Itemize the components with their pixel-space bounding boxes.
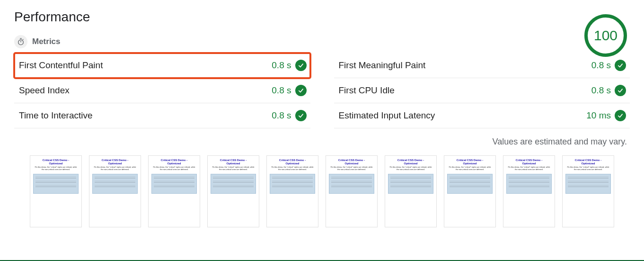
metrics-column-right: First Meaningful Paint0.8 sFirst CPU Idl…	[334, 53, 630, 128]
metric-row[interactable]: First CPU Idle0.8 s	[334, 78, 630, 103]
metric-value: 0.8 s	[272, 85, 291, 96]
frame-desc: On this demo, the "critical" styles are …	[211, 166, 256, 171]
frame-title: Critical CSS Demo -Optimized	[161, 159, 187, 165]
check-pass-icon	[615, 85, 626, 96]
frame-preview-block	[388, 174, 433, 194]
metric-label: Time to Interactive	[19, 110, 93, 121]
svg-line-3	[23, 39, 23, 40]
metric-label: First Contentful Paint	[19, 60, 103, 71]
filmstrip-frame[interactable]: Critical CSS Demo -OptimizedOn this demo…	[503, 155, 555, 227]
metrics-section-title: Metrics	[32, 37, 61, 46]
metric-value-wrap: 0.8 s	[272, 85, 306, 96]
filmstrip-frame[interactable]: Critical CSS Demo -OptimizedOn this demo…	[89, 155, 141, 227]
performance-panel: Performance 100 Metrics First Contentful…	[0, 0, 644, 261]
metric-value-wrap: 10 ms	[586, 110, 626, 121]
frame-desc: On this demo, the "critical" styles are …	[33, 166, 79, 171]
metric-label: Estimated Input Latency	[339, 110, 435, 121]
metrics-grid: First Contentful Paint0.8 sSpeed Index0.…	[14, 53, 630, 128]
filmstrip-frame[interactable]: Critical CSS Demo -OptimizedOn this demo…	[30, 155, 82, 227]
frame-preview-block	[211, 174, 256, 194]
score-value: 100	[594, 27, 618, 44]
filmstrip-frame[interactable]: Critical CSS Demo -OptimizedOn this demo…	[444, 155, 496, 227]
frame-preview-block	[565, 174, 611, 194]
metric-value-wrap: 0.8 s	[272, 60, 306, 71]
metric-value-wrap: 0.8 s	[591, 85, 626, 96]
frame-preview-block	[270, 174, 315, 194]
frame-title: Critical CSS Demo -Optimized	[220, 159, 247, 165]
metric-value: 0.8 s	[591, 60, 611, 71]
frame-preview-block	[329, 174, 374, 194]
page-title: Performance	[14, 9, 630, 25]
frame-desc: On this demo, the "critical" styles are …	[506, 166, 552, 171]
filmstrip-frame[interactable]: Critical CSS Demo -OptimizedOn this demo…	[385, 155, 437, 227]
metric-row[interactable]: Estimated Input Latency10 ms	[334, 103, 630, 128]
filmstrip: Critical CSS Demo -OptimizedOn this demo…	[28, 155, 616, 227]
metric-value: 0.8 s	[591, 85, 611, 96]
frame-desc: On this demo, the "critical" styles are …	[388, 166, 433, 171]
metric-row[interactable]: First Meaningful Paint0.8 s	[334, 53, 630, 78]
metrics-column-left: First Contentful Paint0.8 sSpeed Index0.…	[14, 53, 310, 128]
check-pass-icon	[615, 60, 626, 71]
metrics-section-header[interactable]: Metrics	[14, 35, 630, 48]
frame-desc: On this demo, the "critical" styles are …	[329, 166, 374, 171]
frame-preview-block	[33, 174, 79, 194]
frame-title: Critical CSS Demo -Optimized	[575, 159, 601, 165]
frame-title: Critical CSS Demo -Optimized	[338, 159, 365, 165]
frame-title: Critical CSS Demo -Optimized	[397, 159, 424, 165]
frame-desc: On this demo, the "critical" styles are …	[565, 166, 611, 171]
metric-row[interactable]: Speed Index0.8 s	[14, 78, 310, 103]
frame-title: Critical CSS Demo -Optimized	[43, 159, 69, 165]
frame-preview-block	[506, 174, 552, 194]
metric-row[interactable]: Time to Interactive0.8 s	[14, 103, 310, 128]
frame-title: Critical CSS Demo -Optimized	[279, 159, 306, 165]
frame-title: Critical CSS Demo -Optimized	[457, 159, 483, 165]
score-gauge: 100	[584, 14, 627, 57]
metric-value-wrap: 0.8 s	[591, 60, 626, 71]
metric-value: 0.8 s	[272, 60, 291, 71]
metrics-footnote: Values are estimated and may vary.	[14, 137, 627, 147]
metric-value: 10 ms	[586, 110, 611, 121]
filmstrip-frame[interactable]: Critical CSS Demo -OptimizedOn this demo…	[562, 155, 614, 227]
frame-desc: On this demo, the "critical" styles are …	[92, 166, 138, 171]
metric-value-wrap: 0.8 s	[272, 110, 306, 121]
check-pass-icon	[615, 110, 626, 121]
frame-preview-block	[447, 174, 493, 194]
filmstrip-frame[interactable]: Critical CSS Demo -OptimizedOn this demo…	[266, 155, 318, 227]
check-pass-icon	[295, 60, 307, 71]
frame-title: Critical CSS Demo -Optimized	[102, 159, 128, 165]
filmstrip-frame[interactable]: Critical CSS Demo -OptimizedOn this demo…	[148, 155, 200, 227]
check-pass-icon	[295, 85, 307, 96]
frame-preview-block	[92, 174, 138, 194]
frame-desc: On this demo, the "critical" styles are …	[270, 166, 315, 171]
filmstrip-frame[interactable]: Critical CSS Demo -OptimizedOn this demo…	[207, 155, 259, 227]
metric-label: First CPU Idle	[339, 85, 395, 96]
metric-label: Speed Index	[19, 85, 70, 96]
metric-row[interactable]: First Contentful Paint0.8 s	[14, 53, 310, 78]
check-pass-icon	[295, 110, 307, 121]
stopwatch-icon	[14, 35, 27, 48]
metric-label: First Meaningful Paint	[339, 60, 426, 71]
frame-desc: On this demo, the "critical" styles are …	[151, 166, 197, 171]
frame-preview-block	[151, 174, 197, 194]
filmstrip-frame[interactable]: Critical CSS Demo -OptimizedOn this demo…	[326, 155, 378, 227]
frame-desc: On this demo, the "critical" styles are …	[447, 166, 493, 171]
metric-value: 0.8 s	[272, 110, 291, 121]
frame-title: Critical CSS Demo -Optimized	[516, 159, 542, 165]
